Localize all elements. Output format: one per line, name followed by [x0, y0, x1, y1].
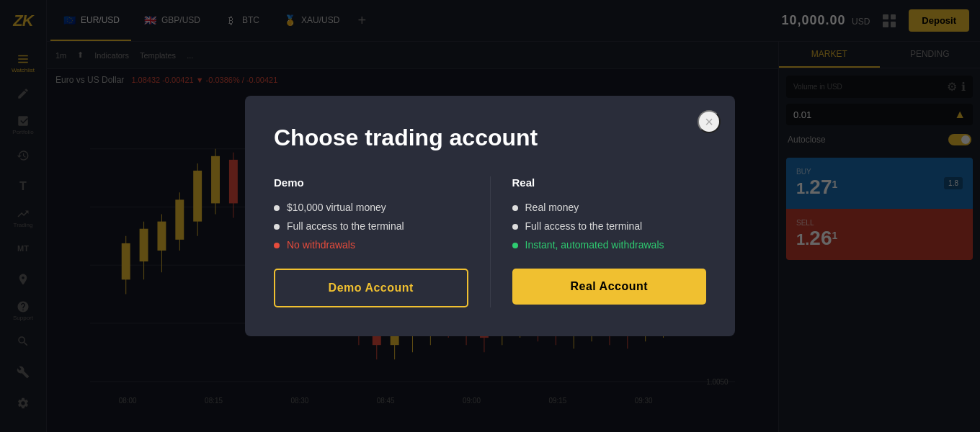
real-column: Real Real money Full access to the termi… [512, 176, 707, 307]
bullet-icon-3 [512, 205, 518, 211]
demo-features: $10,000 virtual money Full access to the… [274, 202, 468, 251]
real-feature-1: Real money [512, 202, 707, 213]
modal-overlay: × Choose trading account Demo $10,000 vi… [0, 0, 980, 432]
demo-feature-2: Full access to the terminal [274, 220, 468, 232]
demo-feature-1: $10,000 virtual money [274, 202, 468, 213]
modal-title: Choose trading account [274, 125, 706, 151]
bullet-success-icon [512, 243, 518, 248]
demo-account-button[interactable]: Demo Account [274, 269, 468, 307]
bullet-icon-1 [274, 205, 280, 211]
real-success: Instant, automated withdrawals [512, 239, 707, 251]
real-feature-2: Full access to the terminal [512, 220, 707, 232]
real-account-button[interactable]: Real Account [512, 269, 707, 305]
modal-close-button[interactable]: × [698, 110, 721, 133]
choose-account-modal: × Choose trading account Demo $10,000 vi… [245, 96, 735, 336]
bullet-icon-4 [512, 224, 518, 230]
demo-heading: Demo [274, 176, 468, 189]
bullet-warning-icon [274, 243, 280, 248]
modal-divider [490, 176, 491, 307]
demo-warning: No withdrawals [274, 239, 468, 251]
bullet-icon-2 [274, 224, 280, 230]
real-heading: Real [512, 176, 707, 189]
real-features: Real money Full access to the terminal I… [512, 202, 707, 251]
demo-column: Demo $10,000 virtual money Full access t… [274, 176, 468, 307]
modal-columns: Demo $10,000 virtual money Full access t… [274, 176, 706, 307]
